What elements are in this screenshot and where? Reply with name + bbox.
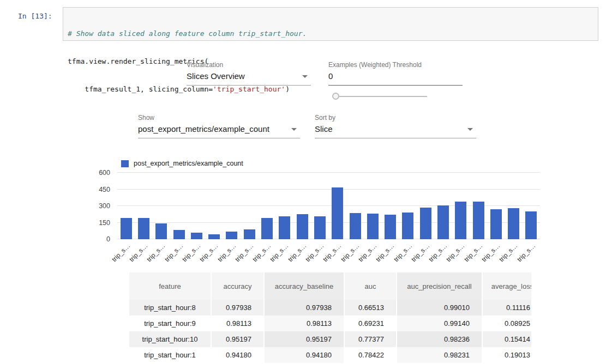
bar-slot (258, 173, 275, 239)
metric-cell: 0.99140 (397, 316, 482, 331)
metric-cell: 0.08925 (482, 316, 531, 331)
bar-slot (153, 173, 170, 239)
visualization-dropdown[interactable]: Slices Overview (187, 70, 311, 86)
bar[interactable] (173, 230, 185, 239)
y-tick-label: 600 (99, 169, 110, 177)
bar[interactable] (279, 216, 290, 239)
bar[interactable] (525, 211, 537, 239)
metric-cell: 0.19013 (482, 347, 531, 363)
x-axis-labels: trip_s…trip_s…trip_s…trip_s…trip_s…trip_… (117, 240, 540, 260)
bar[interactable] (455, 202, 466, 239)
bar[interactable] (138, 218, 149, 239)
cell-prompt: In [13]: (18, 11, 52, 21)
code-line-comment: # Show data sliced along feature column … (68, 29, 593, 38)
bar-slot (223, 173, 241, 239)
metric-cell: 0.11116 (482, 300, 531, 316)
bar[interactable] (121, 218, 132, 239)
table-row: trip_start_hour:100.951970.951970.773770… (129, 331, 531, 347)
bar[interactable] (297, 214, 308, 239)
metric-cell: 0.66513 (344, 300, 397, 316)
bar[interactable] (437, 205, 449, 239)
bar-slot (381, 173, 399, 239)
metric-cell: 0.98113 (211, 316, 264, 331)
threshold-label: Examples (Weighted) Threshold (328, 61, 422, 69)
visualization-label: Visualization (187, 61, 223, 69)
feature-cell: trip_start_hour:8 (129, 300, 211, 316)
bar[interactable] (367, 214, 379, 239)
bar[interactable] (208, 234, 220, 239)
metric-cell: 0.98113 (264, 316, 344, 331)
bar-slot (399, 173, 417, 239)
bar[interactable] (226, 232, 237, 239)
bar[interactable] (490, 209, 502, 239)
bar[interactable] (350, 213, 361, 239)
metric-cell: 0.69231 (344, 316, 397, 331)
table-row: trip_start_hour:90.981130.981130.692310.… (129, 316, 531, 331)
metrics-table: featureaccuracyaccuracy_baselineaucauc_p… (129, 272, 531, 363)
sort-by-dropdown[interactable]: Slice (315, 123, 476, 138)
bar[interactable] (332, 187, 343, 239)
code-cell[interactable]: # Show data sliced along feature column … (63, 7, 598, 41)
y-tick-label: 0 (106, 235, 110, 243)
column-header[interactable]: auc_precision_recall (397, 272, 482, 300)
bar-slot (505, 173, 523, 239)
bar-slot (346, 173, 364, 239)
metric-cell: 0.97938 (264, 300, 344, 316)
threshold-slider-thumb[interactable] (332, 93, 339, 100)
table-body: trip_start_hour:80.979380.979380.665130.… (129, 300, 531, 363)
metric-cell: 0.98236 (397, 331, 482, 347)
chevron-down-icon (291, 128, 297, 131)
bar[interactable] (244, 229, 255, 239)
threshold-slider-track[interactable] (339, 96, 427, 97)
bar-slot (452, 173, 470, 239)
column-header[interactable]: average_loss (482, 272, 531, 300)
bar-slot (329, 173, 346, 239)
threshold-input[interactable]: 0 (328, 70, 463, 86)
code-line-args: tfma_result_1, slicing_column='trip_star… (68, 84, 593, 94)
bar[interactable] (261, 218, 273, 239)
y-tick-label: 450 (99, 186, 110, 193)
y-tick-label: 300 (99, 202, 110, 210)
metric-cell: 0.94180 (211, 347, 264, 363)
bar[interactable] (473, 202, 484, 239)
legend-swatch (121, 160, 129, 167)
column-header[interactable]: accuracy_baseline (264, 272, 344, 300)
feature-cell: trip_start_hour:9 (129, 316, 211, 331)
metric-cell: 0.95197 (264, 331, 344, 347)
bar-slot (434, 173, 452, 239)
column-header[interactable]: feature (129, 272, 211, 300)
bar[interactable] (402, 213, 413, 239)
bar[interactable] (508, 208, 519, 239)
bar-chart (117, 173, 540, 239)
column-header[interactable]: auc (344, 272, 397, 300)
metric-cell: 0.95197 (211, 331, 264, 347)
bar[interactable] (420, 208, 431, 239)
table-row: trip_start_hour:80.979380.979380.665130.… (129, 300, 531, 316)
bar-slot (135, 173, 152, 239)
column-header[interactable]: accuracy (211, 272, 264, 300)
metric-cell: 0.78422 (344, 347, 397, 363)
x-slot: trip_s… (523, 240, 540, 260)
bar[interactable] (191, 233, 202, 239)
y-tick-label: 150 (99, 219, 110, 227)
feature-cell: trip_start_hour:1 (129, 347, 211, 363)
show-metric-dropdown[interactable]: post_export_metrics/example_count (138, 123, 300, 138)
bar[interactable] (314, 216, 326, 239)
threshold-value: 0 (328, 70, 463, 82)
show-label: Show (138, 114, 154, 122)
feature-cell: trip_start_hour:10 (129, 331, 211, 347)
metric-cell: 0.98231 (397, 347, 482, 363)
y-axis-labels: 0150300450600 (86, 173, 112, 239)
bar[interactable] (385, 215, 396, 239)
sort-by-label: Sort by (315, 114, 335, 122)
chevron-down-icon (467, 128, 473, 131)
bar-slot (470, 173, 487, 239)
metric-cell: 0.15414 (482, 331, 531, 347)
bar[interactable] (155, 223, 167, 239)
bar-slot (487, 173, 505, 239)
visualization-value: Slices Overview (187, 70, 311, 82)
show-metric-value: post_export_metrics/example_count (138, 123, 300, 135)
bar-slot (293, 173, 311, 239)
bars (117, 173, 540, 239)
bar-slot (205, 173, 223, 239)
